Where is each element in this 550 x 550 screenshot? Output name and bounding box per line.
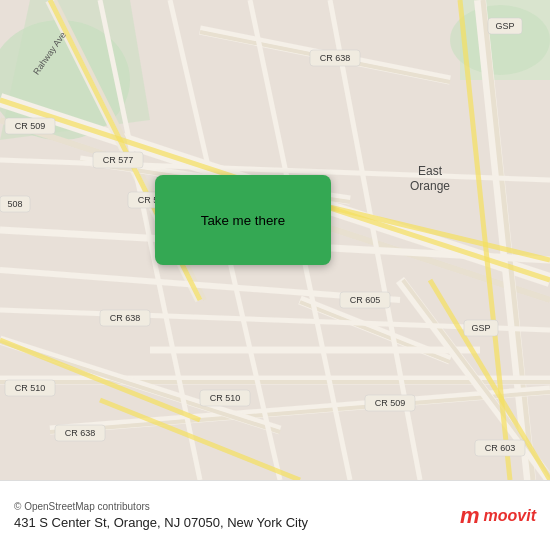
svg-text:CR 638: CR 638 [65, 428, 96, 438]
map-container: CR 577 CR 638 GSP CR 509 CR 577 East Ora… [0, 0, 550, 480]
svg-text:CR 638: CR 638 [320, 53, 351, 63]
svg-text:CR 577: CR 577 [103, 155, 134, 165]
svg-text:Orange: Orange [410, 179, 450, 193]
svg-text:CR 603: CR 603 [485, 443, 516, 453]
moovit-brand-text: moovit [484, 507, 536, 525]
svg-text:CR 509: CR 509 [15, 121, 46, 131]
svg-text:CR 509: CR 509 [375, 398, 406, 408]
moovit-logo: m moovit [460, 503, 536, 529]
take-me-there-button[interactable]: Take me there [155, 175, 331, 265]
address-text: 431 S Center St, Orange, NJ 07050, New Y… [14, 515, 308, 530]
copyright-text: © OpenStreetMap contributors [14, 501, 308, 512]
svg-text:CR 638: CR 638 [110, 313, 141, 323]
moovit-m-letter: m [460, 503, 480, 529]
footer-info: © OpenStreetMap contributors 431 S Cente… [14, 501, 308, 530]
svg-text:East: East [418, 164, 443, 178]
footer-bar: © OpenStreetMap contributors 431 S Cente… [0, 480, 550, 550]
svg-text:508: 508 [7, 199, 22, 209]
svg-text:GSP: GSP [471, 323, 490, 333]
svg-text:CR 605: CR 605 [350, 295, 381, 305]
svg-text:CR 510: CR 510 [15, 383, 46, 393]
svg-text:CR 510: CR 510 [210, 393, 241, 403]
svg-text:GSP: GSP [495, 21, 514, 31]
